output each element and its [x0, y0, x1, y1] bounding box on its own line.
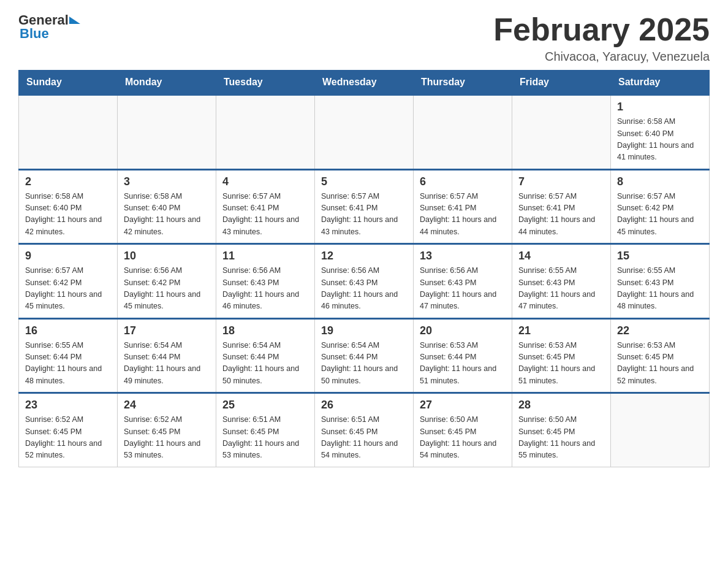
day-number: 19	[321, 324, 407, 337]
day-number: 21	[518, 324, 604, 337]
day-detail: Sunrise: 6:57 AM Sunset: 6:41 PM Dayligh…	[222, 191, 308, 239]
calendar-cell: 9Sunrise: 6:57 AM Sunset: 6:42 PM Daylig…	[19, 244, 118, 319]
calendar-week-1: 1Sunrise: 6:58 AM Sunset: 6:40 PM Daylig…	[19, 95, 710, 170]
day-number: 12	[321, 250, 407, 262]
calendar-cell	[414, 95, 512, 170]
calendar-cell: 14Sunrise: 6:55 AM Sunset: 6:43 PM Dayli…	[512, 244, 611, 319]
calendar-cell	[118, 95, 216, 170]
day-number: 7	[518, 175, 604, 188]
header-day-monday: Monday	[118, 71, 216, 95]
calendar-table: SundayMondayTuesdayWednesdayThursdayFrid…	[18, 70, 710, 467]
day-detail: Sunrise: 6:56 AM Sunset: 6:43 PM Dayligh…	[420, 265, 506, 313]
day-number: 27	[420, 399, 506, 412]
header-day-tuesday: Tuesday	[216, 71, 315, 95]
header-day-sunday: Sunday	[19, 71, 118, 95]
day-number: 4	[222, 175, 308, 188]
day-detail: Sunrise: 6:55 AM Sunset: 6:43 PM Dayligh…	[617, 265, 703, 313]
day-number: 9	[25, 250, 111, 262]
calendar-week-3: 9Sunrise: 6:57 AM Sunset: 6:42 PM Daylig…	[19, 244, 710, 319]
day-detail: Sunrise: 6:54 AM Sunset: 6:44 PM Dayligh…	[222, 340, 308, 388]
calendar-cell: 25Sunrise: 6:51 AM Sunset: 6:45 PM Dayli…	[216, 393, 315, 467]
day-detail: Sunrise: 6:52 AM Sunset: 6:45 PM Dayligh…	[25, 414, 111, 462]
day-detail: Sunrise: 6:51 AM Sunset: 6:45 PM Dayligh…	[321, 414, 407, 462]
calendar-cell: 22Sunrise: 6:53 AM Sunset: 6:45 PM Dayli…	[611, 318, 710, 393]
day-number: 15	[617, 250, 703, 262]
month-title: February 2025	[493, 12, 710, 47]
day-number: 13	[420, 250, 506, 262]
calendar-cell: 6Sunrise: 6:57 AM Sunset: 6:41 PM Daylig…	[414, 169, 512, 244]
day-number: 6	[420, 175, 506, 188]
day-detail: Sunrise: 6:57 AM Sunset: 6:42 PM Dayligh…	[617, 191, 703, 239]
day-number: 8	[617, 175, 703, 188]
day-detail: Sunrise: 6:57 AM Sunset: 6:41 PM Dayligh…	[518, 191, 604, 239]
day-number: 25	[222, 399, 308, 412]
day-number: 5	[321, 175, 407, 188]
day-detail: Sunrise: 6:55 AM Sunset: 6:44 PM Dayligh…	[25, 340, 111, 388]
day-number: 2	[25, 175, 111, 188]
calendar-body: 1Sunrise: 6:58 AM Sunset: 6:40 PM Daylig…	[19, 95, 710, 467]
day-detail: Sunrise: 6:52 AM Sunset: 6:45 PM Dayligh…	[124, 414, 210, 462]
calendar-header: SundayMondayTuesdayWednesdayThursdayFrid…	[19, 71, 710, 95]
day-number: 23	[25, 399, 111, 412]
header-day-wednesday: Wednesday	[315, 71, 414, 95]
day-number: 3	[124, 175, 210, 188]
calendar-week-2: 2Sunrise: 6:58 AM Sunset: 6:40 PM Daylig…	[19, 169, 710, 244]
calendar-cell: 2Sunrise: 6:58 AM Sunset: 6:40 PM Daylig…	[19, 169, 118, 244]
day-detail: Sunrise: 6:50 AM Sunset: 6:45 PM Dayligh…	[420, 414, 506, 462]
calendar-week-4: 16Sunrise: 6:55 AM Sunset: 6:44 PM Dayli…	[19, 318, 710, 393]
calendar-cell: 11Sunrise: 6:56 AM Sunset: 6:43 PM Dayli…	[216, 244, 315, 319]
day-detail: Sunrise: 6:58 AM Sunset: 6:40 PM Dayligh…	[25, 191, 111, 239]
calendar-cell: 19Sunrise: 6:54 AM Sunset: 6:44 PM Dayli…	[315, 318, 414, 393]
day-number: 14	[518, 250, 604, 262]
day-detail: Sunrise: 6:57 AM Sunset: 6:42 PM Dayligh…	[25, 265, 111, 313]
logo-arrow-icon	[69, 17, 80, 24]
calendar-cell: 3Sunrise: 6:58 AM Sunset: 6:40 PM Daylig…	[118, 169, 216, 244]
calendar-cell: 4Sunrise: 6:57 AM Sunset: 6:41 PM Daylig…	[216, 169, 315, 244]
day-detail: Sunrise: 6:53 AM Sunset: 6:45 PM Dayligh…	[617, 340, 703, 388]
calendar-cell: 26Sunrise: 6:51 AM Sunset: 6:45 PM Dayli…	[315, 393, 414, 467]
calendar-cell: 23Sunrise: 6:52 AM Sunset: 6:45 PM Dayli…	[19, 393, 118, 467]
header-day-saturday: Saturday	[611, 71, 710, 95]
calendar-cell: 5Sunrise: 6:57 AM Sunset: 6:41 PM Daylig…	[315, 169, 414, 244]
day-detail: Sunrise: 6:57 AM Sunset: 6:41 PM Dayligh…	[321, 191, 407, 239]
day-detail: Sunrise: 6:56 AM Sunset: 6:42 PM Dayligh…	[124, 265, 210, 313]
calendar-header-row: SundayMondayTuesdayWednesdayThursdayFrid…	[19, 71, 710, 95]
day-number: 26	[321, 399, 407, 412]
day-detail: Sunrise: 6:54 AM Sunset: 6:44 PM Dayligh…	[321, 340, 407, 388]
calendar-cell	[19, 95, 118, 170]
calendar-cell: 7Sunrise: 6:57 AM Sunset: 6:41 PM Daylig…	[512, 169, 611, 244]
day-detail: Sunrise: 6:54 AM Sunset: 6:44 PM Dayligh…	[124, 340, 210, 388]
day-detail: Sunrise: 6:55 AM Sunset: 6:43 PM Dayligh…	[518, 265, 604, 313]
day-number: 1	[617, 101, 703, 113]
calendar-cell: 12Sunrise: 6:56 AM Sunset: 6:43 PM Dayli…	[315, 244, 414, 319]
day-number: 17	[124, 324, 210, 337]
day-detail: Sunrise: 6:51 AM Sunset: 6:45 PM Dayligh…	[222, 414, 308, 462]
day-detail: Sunrise: 6:57 AM Sunset: 6:41 PM Dayligh…	[420, 191, 506, 239]
day-detail: Sunrise: 6:56 AM Sunset: 6:43 PM Dayligh…	[321, 265, 407, 313]
day-detail: Sunrise: 6:56 AM Sunset: 6:43 PM Dayligh…	[222, 265, 308, 313]
day-number: 22	[617, 324, 703, 337]
calendar-cell: 10Sunrise: 6:56 AM Sunset: 6:42 PM Dayli…	[118, 244, 216, 319]
calendar-week-5: 23Sunrise: 6:52 AM Sunset: 6:45 PM Dayli…	[19, 393, 710, 467]
calendar-cell: 24Sunrise: 6:52 AM Sunset: 6:45 PM Dayli…	[118, 393, 216, 467]
day-detail: Sunrise: 6:53 AM Sunset: 6:44 PM Dayligh…	[420, 340, 506, 388]
calendar-cell: 20Sunrise: 6:53 AM Sunset: 6:44 PM Dayli…	[414, 318, 512, 393]
calendar-cell	[512, 95, 611, 170]
day-detail: Sunrise: 6:50 AM Sunset: 6:45 PM Dayligh…	[518, 414, 604, 462]
calendar-cell: 8Sunrise: 6:57 AM Sunset: 6:42 PM Daylig…	[611, 169, 710, 244]
calendar-cell: 16Sunrise: 6:55 AM Sunset: 6:44 PM Dayli…	[19, 318, 118, 393]
day-number: 16	[25, 324, 111, 337]
calendar-cell: 17Sunrise: 6:54 AM Sunset: 6:44 PM Dayli…	[118, 318, 216, 393]
day-number: 11	[222, 250, 308, 262]
calendar-cell: 27Sunrise: 6:50 AM Sunset: 6:45 PM Dayli…	[414, 393, 512, 467]
logo-blue-text: Blue	[18, 26, 49, 42]
calendar-cell	[315, 95, 414, 170]
day-number: 28	[518, 399, 604, 412]
header-day-friday: Friday	[512, 71, 611, 95]
calendar-cell: 21Sunrise: 6:53 AM Sunset: 6:45 PM Dayli…	[512, 318, 611, 393]
day-number: 10	[124, 250, 210, 262]
calendar-cell: 1Sunrise: 6:58 AM Sunset: 6:40 PM Daylig…	[611, 95, 710, 170]
day-number: 18	[222, 324, 308, 337]
page-header: General Blue February 2025 Chivacoa, Yar…	[18, 12, 710, 64]
calendar-cell	[216, 95, 315, 170]
